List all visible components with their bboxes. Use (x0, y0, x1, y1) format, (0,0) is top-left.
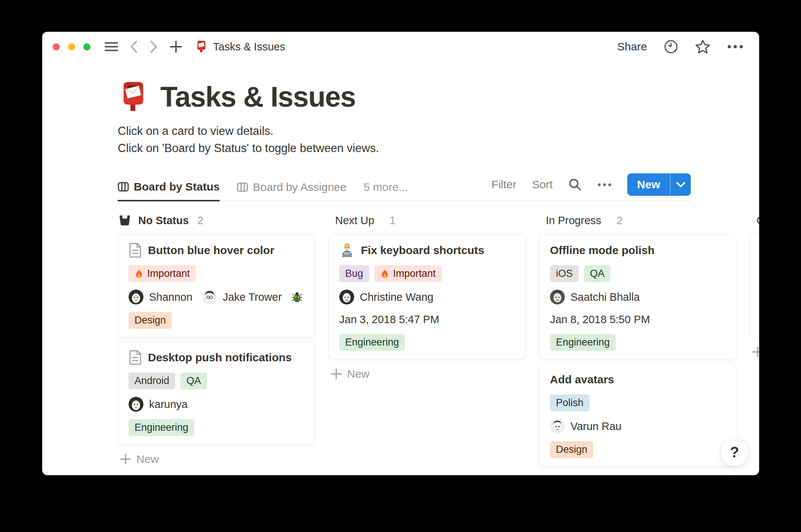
postbox-icon (195, 40, 208, 53)
page-postbox-icon (118, 81, 149, 112)
page-description: Click on a card to view details. Click o… (118, 123, 759, 157)
page-icon (129, 243, 142, 258)
card-date: Jan 3, 2018 5:47 PM (339, 312, 515, 327)
description-line-2: Click on 'Board by Status' to toggle bet… (118, 140, 759, 157)
tag-design: Design (129, 312, 172, 329)
view-tabs-bar: Board by Status Board by Assignee 5 more… (118, 173, 691, 201)
card-title: Desktop push notifications (148, 351, 292, 364)
sort-button[interactable]: Sort (532, 178, 553, 191)
assignee-name: Varun Rau (570, 420, 622, 433)
tag-android: Android (129, 372, 175, 389)
add-card-label: New (136, 453, 159, 466)
view-options-ellipsis-icon[interactable] (597, 183, 612, 186)
card-add-avatars[interactable]: Add avatars Polish Varun Rau Design (539, 363, 736, 467)
add-card-button[interactable]: New (328, 363, 526, 385)
tag-important: Important (374, 265, 442, 282)
tag-ios: iOS (550, 265, 579, 282)
assignee: karunya (129, 397, 188, 412)
avatar (129, 397, 143, 412)
column-count: 1 (390, 214, 396, 227)
tab-more-views[interactable]: 5 more... (364, 181, 408, 200)
tag-qa: QA (180, 372, 207, 389)
new-button[interactable]: New (627, 173, 691, 196)
beetle-icon (291, 291, 303, 303)
avatar (129, 290, 143, 304)
assignee-name: Jake Trower (223, 291, 282, 303)
tag-bug: Bug (339, 265, 369, 282)
back-icon[interactable] (129, 40, 138, 53)
new-button-label[interactable]: New (627, 173, 670, 196)
inbox-icon (118, 213, 132, 228)
column-completed-partial: C Re P E (750, 211, 759, 475)
avatar (550, 290, 565, 304)
page-icon (129, 350, 142, 365)
column-name-pill: C (750, 211, 759, 229)
assignee: Saatchi Bhalla (550, 290, 640, 304)
tag-qa: QA (584, 265, 610, 282)
column-name-pill: Next Up (328, 211, 381, 229)
fire-icon (380, 268, 389, 279)
add-card-label: New (558, 475, 580, 475)
avatar (550, 419, 565, 434)
column-next-up: Next Up 1 Fix keyboard shortcuts Bug (328, 211, 526, 475)
card-offline-mode-polish[interactable]: Offline mode polish iOS QA Saatchi Bhall… (539, 234, 736, 359)
app-window: Tasks & Issues Share Tasks (42, 32, 759, 475)
assignee-name: karunya (149, 398, 188, 411)
column-header[interactable]: In Progress 2 (539, 211, 736, 229)
tag-engineering: Engineering (550, 334, 616, 351)
new-button-chevron-down-icon[interactable] (671, 173, 691, 196)
favorite-star-icon[interactable] (695, 39, 711, 54)
description-line-1: Click on a card to view details. (118, 123, 759, 140)
card-partial[interactable]: Re P E (750, 234, 759, 337)
column-in-progress: In Progress 2 Offline mode polish iOS QA (539, 211, 736, 475)
add-card-button[interactable]: New (539, 470, 736, 475)
filter-button[interactable]: Filter (492, 178, 517, 191)
titlebar-page-title: Tasks & Issues (213, 41, 285, 53)
search-icon[interactable] (568, 178, 582, 191)
tab-label: Board by Assignee (253, 181, 346, 194)
minimize-window-button[interactable] (68, 43, 75, 50)
share-button[interactable]: Share (617, 40, 647, 53)
avatar (339, 290, 354, 304)
card-title: Add avatars (550, 373, 614, 386)
column-count: 2 (616, 214, 622, 227)
assignee: Shannon (129, 290, 192, 304)
add-card-button[interactable]: New (118, 448, 315, 470)
card-title: Button blue hover color (148, 244, 274, 257)
tag-design: Design (550, 441, 593, 458)
new-page-plus-icon[interactable] (170, 40, 182, 53)
column-header[interactable]: C (750, 211, 759, 229)
card-date: Jan 8, 2018 5:50 PM (550, 312, 726, 327)
card-fix-keyboard-shortcuts[interactable]: Fix keyboard shortcuts Bug Important (328, 234, 526, 359)
assignee: Varun Rau (550, 419, 622, 434)
tab-board-by-status[interactable]: Board by Status (118, 180, 220, 201)
forward-icon[interactable] (149, 40, 158, 53)
add-card-label: New (347, 368, 369, 380)
column-header[interactable]: Next Up 1 (328, 211, 526, 229)
card-desktop-push-notifications[interactable]: Desktop push notifications Android QA ka… (118, 341, 315, 445)
column-name: No Status (138, 214, 189, 227)
close-window-button[interactable] (53, 43, 60, 50)
add-card-button[interactable]: New (750, 341, 759, 363)
column-no-status: No Status 2 Button blue hover color Impo… (118, 211, 315, 475)
fire-icon (134, 268, 143, 279)
sidebar-menu-icon[interactable] (105, 41, 118, 52)
tag-important: Important (129, 265, 196, 282)
titlebar: Tasks & Issues Share (42, 32, 759, 59)
card-title: Fix keyboard shortcuts (361, 244, 484, 257)
column-header[interactable]: No Status 2 (118, 211, 315, 229)
zoom-window-button[interactable] (83, 43, 90, 50)
tab-board-by-assignee[interactable]: Board by Assignee (237, 181, 346, 200)
card-button-blue-hover-color[interactable]: Button blue hover color Important (118, 234, 315, 337)
more-options-icon[interactable] (727, 45, 743, 49)
tab-label: 5 more... (364, 181, 408, 194)
kanban-board: No Status 2 Button blue hover color Impo… (118, 211, 759, 475)
traffic-lights (53, 43, 90, 50)
help-button[interactable]: ? (720, 438, 749, 466)
tag-polish: Polish (550, 395, 590, 411)
tag-engineering: Engineering (129, 419, 194, 436)
page-title: Tasks & Issues (160, 80, 356, 113)
assignee-name: Saatchi Bhalla (570, 291, 640, 303)
assignee: Jake Trower (202, 290, 282, 304)
updates-clock-icon[interactable] (664, 39, 678, 54)
